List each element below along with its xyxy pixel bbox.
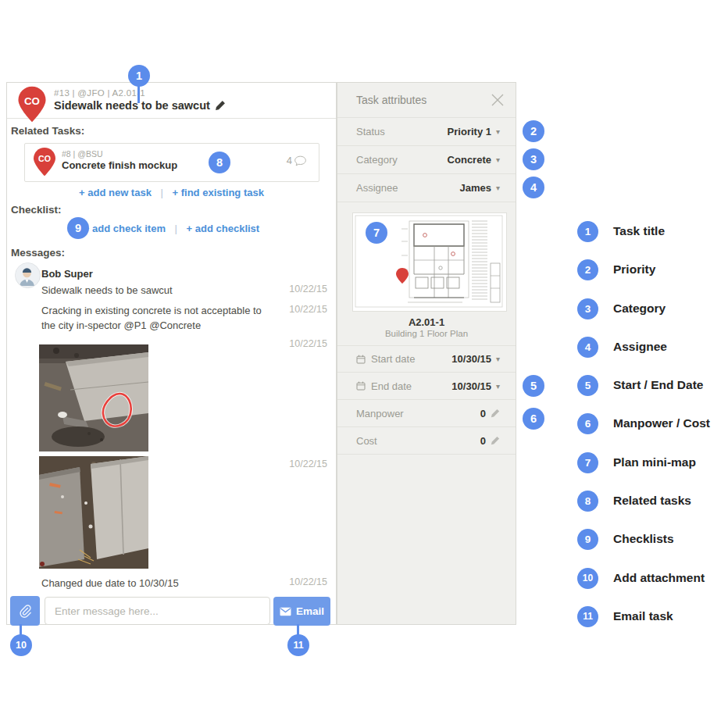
status-label: Status	[356, 126, 385, 137]
callout-1: 1	[128, 65, 150, 87]
status-row[interactable]: Status Priority 1 ▾	[337, 118, 516, 146]
legend-label: Start / End Date	[613, 378, 703, 392]
checklist-actions: + add check item | + add checklist	[7, 223, 336, 234]
related-task-pin-icon: CO	[33, 147, 56, 177]
related-task-meta: #8 | @BSU	[62, 149, 103, 159]
legend-label: Priority	[613, 262, 655, 277]
task-pin-icon: CO	[17, 86, 47, 123]
task-title-text: Sidewalk needs to be sawcut	[54, 99, 210, 112]
legend-label: Plan mini-map	[613, 455, 696, 469]
message-text: Changed due date to 10/30/15	[41, 576, 179, 591]
calendar-icon	[356, 381, 366, 391]
category-label: Category	[356, 154, 398, 166]
end-date-row[interactable]: End date 10/30/15 ▾	[337, 373, 516, 400]
start-date-label: Start date	[356, 353, 415, 365]
start-date-value-text: 10/30/15	[451, 353, 491, 365]
related-task-actions: + add new task | + find existing task	[7, 187, 336, 198]
callout-8: 8	[209, 152, 230, 173]
attributes-title: Task attributes	[356, 94, 426, 106]
link-separator: |	[175, 223, 177, 234]
close-icon[interactable]	[489, 91, 506, 109]
assignee-row[interactable]: Assignee James ▾	[337, 174, 516, 202]
message-date: 10/22/15	[289, 576, 327, 587]
legend-num: 6	[577, 413, 598, 434]
edit-icon[interactable]	[491, 436, 500, 445]
end-date-label: End date	[356, 380, 412, 392]
cost-value: 0	[480, 435, 500, 447]
comment-count-value: 4	[287, 155, 292, 166]
chevron-down-icon: ▾	[496, 184, 500, 192]
legend-num: 4	[577, 337, 598, 358]
task-attributes-panel: Task attributes Status Priority 1 ▾ Cate…	[337, 82, 516, 625]
end-date-label-text: End date	[371, 380, 412, 392]
start-date-row[interactable]: Start date 10/30/15 ▾	[337, 345, 516, 373]
chevron-down-icon: ▾	[496, 382, 500, 391]
svg-text:CO: CO	[38, 154, 51, 163]
end-date-value: 10/30/15 ▾	[451, 380, 500, 392]
photo-attachment-slabs[interactable]	[39, 456, 148, 569]
cost-row[interactable]: Cost 0	[337, 427, 516, 455]
manpower-value: 0	[480, 408, 500, 419]
chevron-down-icon: ▾	[496, 355, 500, 363]
email-button-label: Email	[296, 605, 324, 617]
message-input[interactable]	[45, 597, 270, 625]
link-separator: |	[161, 187, 163, 198]
legend-label: Category	[613, 302, 666, 316]
attributes-header: Task attributes	[337, 83, 516, 118]
legend-label: Add attachment	[613, 571, 705, 585]
callout-5: 5	[523, 375, 544, 397]
chevron-down-icon: ▾	[496, 127, 500, 136]
photo-attachment-sidewalk[interactable]	[39, 344, 148, 451]
assignee-value: James ▾	[459, 182, 500, 194]
related-task-comment-count: 4	[287, 155, 306, 166]
legend-item-start-end-date: 5 Start / End Date	[577, 374, 703, 396]
legend-item-plan-mini-map: 7 Plan mini-map	[577, 451, 696, 473]
add-check-item-link[interactable]: + add check item	[84, 223, 166, 234]
legend-item-checklists: 9 Checklists	[577, 528, 674, 550]
message-date: 10/22/15	[289, 284, 327, 294]
callout-line	[137, 84, 140, 103]
legend-item-add-attachment: 10 Add attachment	[577, 567, 705, 589]
chevron-down-icon: ▾	[496, 155, 500, 164]
add-new-task-link[interactable]: + add new task	[79, 187, 152, 198]
legend-num: 11	[577, 606, 598, 627]
message-date: 10/22/15	[289, 459, 327, 469]
plan-name: Building 1 Floor Plan	[337, 329, 516, 338]
start-date-value: 10/30/15 ▾	[451, 353, 500, 365]
legend-item-priority: 2 Priority	[577, 259, 655, 280]
legend-num: 5	[577, 375, 598, 396]
legend-num: 9	[577, 529, 598, 550]
legend-item-manpower-cost: 6 Manpower / Cost	[577, 412, 710, 434]
message-author: Bob Super	[41, 268, 93, 280]
calendar-icon	[356, 355, 366, 364]
legend-item-email-task: 11 Email task	[577, 605, 673, 627]
legend-label: Checklists	[613, 532, 674, 546]
manpower-value-text: 0	[480, 408, 486, 419]
manpower-row[interactable]: Manpower 0	[337, 400, 516, 427]
legend-label: Manpower / Cost	[613, 416, 710, 430]
edit-title-icon[interactable]	[215, 100, 226, 111]
email-button[interactable]: Email	[273, 597, 330, 626]
messages-heading: Messages:	[11, 247, 65, 259]
add-checklist-link[interactable]: + add checklist	[187, 223, 260, 234]
cost-label: Cost	[356, 435, 377, 447]
screenshot-canvas: CO #13 | @JFO | A2.01-1 Sidewalk needs t…	[0, 0, 728, 728]
related-tasks-heading: Related Tasks:	[11, 125, 84, 137]
category-value-text: Concrete	[448, 154, 491, 166]
legend-label: Email task	[613, 609, 673, 623]
task-meta: #13 | @JFO | A2.01-1	[54, 88, 145, 98]
status-value-text: Priority 1	[448, 126, 491, 137]
category-row[interactable]: Category Concrete ▾	[337, 146, 516, 174]
add-attachment-button[interactable]	[10, 596, 40, 626]
message-date: 10/22/15	[289, 304, 327, 315]
status-value: Priority 1 ▾	[448, 126, 500, 137]
related-task-card[interactable]: CO #8 | @BSU Concrete finish mockup 4	[24, 143, 319, 182]
cost-value-text: 0	[480, 435, 486, 447]
callout-7: 7	[366, 222, 387, 244]
end-date-value-text: 10/30/15	[451, 380, 491, 392]
legend-item-related-tasks: 8 Related tasks	[577, 490, 691, 512]
callout-9: 9	[67, 217, 89, 239]
find-existing-task-link[interactable]: + find existing task	[173, 187, 264, 198]
legend-label: Task title	[613, 224, 665, 238]
edit-icon[interactable]	[491, 409, 500, 418]
